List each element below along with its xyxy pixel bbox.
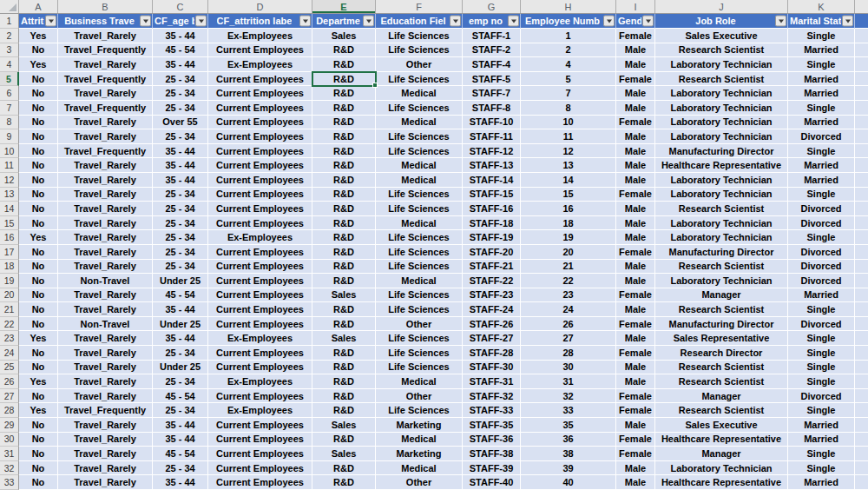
cell-K22[interactable]: Divorced [788,317,855,332]
row-number-31[interactable]: 31 [0,447,19,461]
cell-C33[interactable]: 35 - 44 [153,475,208,490]
cell-J20[interactable]: Manager [655,288,788,303]
cell-C14[interactable]: 25 - 34 [153,202,208,216]
cell-G9[interactable]: STAFF-11 [463,129,521,144]
cell-J33[interactable]: Healthcare Representative [655,475,788,490]
cell-F7[interactable]: Life Sciences [376,101,463,116]
cell-D6[interactable]: Current Employees [208,86,312,101]
cell-C20[interactable]: 45 - 54 [153,288,208,303]
cell-G30[interactable]: STAFF-36 [463,433,521,447]
cell-G22[interactable]: STAFF-26 [463,317,521,332]
cell-C5[interactable]: 25 - 34 [153,72,208,87]
cell-K32[interactable]: Single [788,461,855,476]
cell-partial-12[interactable] [855,173,868,188]
cell-A28[interactable]: Yes [19,403,58,418]
cell-K20[interactable]: Married [788,288,855,303]
row-number-7[interactable]: 7 [0,101,19,116]
select-all-corner[interactable] [0,0,19,13]
cell-D10[interactable]: Current Employees [208,144,312,159]
cell-D30[interactable]: Current Employees [208,433,312,447]
cell-C21[interactable]: 35 - 44 [153,302,208,317]
cell-B12[interactable]: Travel_Rarely [58,173,153,188]
cell-F6[interactable]: Medical [376,86,463,101]
cell-K9[interactable]: Divorced [788,129,855,144]
cell-H13[interactable]: 15 [521,188,616,202]
cell-J7[interactable]: Laboratory Technician [655,101,788,116]
cell-F29[interactable]: Marketing [376,418,463,433]
cell-C13[interactable]: 25 - 34 [153,188,208,202]
cell-D3[interactable]: Current Employees [208,43,312,58]
cell-C16[interactable]: 25 - 34 [153,230,208,245]
filter-dropdown-button[interactable] [450,16,461,27]
cell-G17[interactable]: STAFF-20 [463,245,521,260]
cell-I22[interactable]: Female [616,317,655,332]
cell-A23[interactable]: Yes [19,331,58,346]
cell-I18[interactable]: Male [616,260,655,275]
cell-E13[interactable]: R&D [312,188,376,202]
cell-H10[interactable]: 12 [521,144,616,159]
cell-D9[interactable]: Current Employees [208,129,312,144]
cell-K30[interactable]: Married [788,433,855,447]
cell-H32[interactable]: 39 [521,461,616,476]
cell-A8[interactable]: No [19,116,58,130]
cell-E31[interactable]: Sales [312,447,376,461]
cell-I30[interactable]: Female [616,433,655,447]
cell-K5[interactable]: Married [788,72,855,87]
cell-I10[interactable]: Male [616,144,655,159]
cell-K14[interactable]: Divorced [788,202,855,216]
cell-F13[interactable]: Life Sciences [376,188,463,202]
cell-G20[interactable]: STAFF-23 [463,288,521,303]
cell-E28[interactable]: R&D [312,403,376,418]
cell-J30[interactable]: Healthcare Representative [655,433,788,447]
cell-F14[interactable]: Life Sciences [376,202,463,216]
cell-A17[interactable]: No [19,245,58,260]
cell-C29[interactable]: 35 - 44 [153,418,208,433]
cell-E16[interactable]: R&D [312,230,376,245]
cell-B16[interactable]: Travel_Rarely [58,230,153,245]
cell-B14[interactable]: Travel_Rarely [58,202,153,216]
cell-J9[interactable]: Laboratory Technician [655,129,788,144]
header-cell-G[interactable]: emp no [463,14,521,29]
cell-E7[interactable]: R&D [312,101,376,116]
cell-F25[interactable]: Life Sciences [376,361,463,375]
cell-A20[interactable]: No [19,288,58,303]
cell-E15[interactable]: R&D [312,216,376,231]
cell-partial-24[interactable] [855,346,868,361]
cell-G5[interactable]: STAFF-5 [463,72,521,87]
cell-E22[interactable]: R&D [312,317,376,332]
cell-partial-33[interactable] [855,475,868,490]
cell-E20[interactable]: Sales [312,288,376,303]
cell-H20[interactable]: 23 [521,288,616,303]
cell-I4[interactable]: Male [616,57,655,72]
cell-partial-28[interactable] [855,403,868,418]
cell-F19[interactable]: Medical [376,274,463,288]
cell-D26[interactable]: Ex-Employees [208,374,312,389]
cell-E26[interactable]: R&D [312,374,376,389]
row-number-3[interactable]: 3 [0,43,19,58]
cell-I8[interactable]: Female [616,116,655,130]
column-letter-J[interactable]: J [655,0,788,13]
cell-J16[interactable]: Laboratory Technician [655,230,788,245]
cell-I20[interactable]: Female [616,288,655,303]
cell-C28[interactable]: 25 - 34 [153,403,208,418]
cell-F18[interactable]: Life Sciences [376,260,463,275]
cell-G23[interactable]: STAFF-27 [463,331,521,346]
row-number-13[interactable]: 13 [0,188,19,202]
filter-dropdown-button[interactable] [508,16,519,27]
column-letter-E[interactable]: E [312,0,376,13]
cell-I26[interactable]: Male [616,374,655,389]
cell-D31[interactable]: Current Employees [208,447,312,461]
cell-B2[interactable]: Travel_Rarely [58,29,153,43]
cell-F15[interactable]: Medical [376,216,463,231]
cell-H24[interactable]: 28 [521,346,616,361]
cell-C25[interactable]: Under 25 [153,361,208,375]
column-letter-C[interactable]: C [153,0,208,13]
row-number-14[interactable]: 14 [0,202,19,216]
cell-A27[interactable]: No [19,389,58,404]
cell-A29[interactable]: No [19,418,58,433]
column-letter-A[interactable]: A [19,0,58,13]
cell-D33[interactable]: Current Employees [208,475,312,490]
cell-partial-2[interactable] [855,29,868,43]
row-number-24[interactable]: 24 [0,346,19,361]
row-number-19[interactable]: 19 [0,274,19,288]
